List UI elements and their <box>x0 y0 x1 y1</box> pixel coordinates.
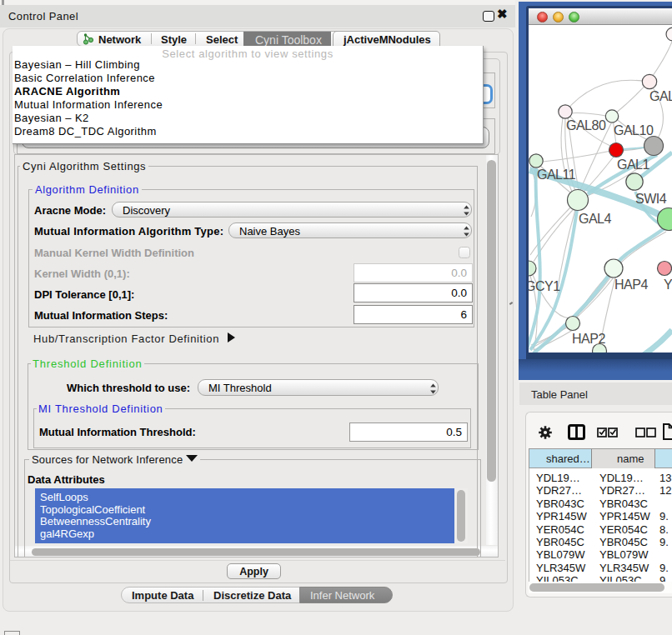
svg-text:GAL7: GAL7 <box>649 89 672 103</box>
svg-text:GAL11: GAL11 <box>537 168 576 182</box>
svg-text:HAP2: HAP2 <box>572 332 605 346</box>
svg-text:GCY1: GCY1 <box>529 279 560 293</box>
svg-text:YJ: YJ <box>664 278 672 292</box>
svg-text:HAP4: HAP4 <box>614 278 648 292</box>
svg-text:GAL80: GAL80 <box>566 118 606 132</box>
svg-text:GAL4: GAL4 <box>579 212 612 226</box>
svg-text:GAL10: GAL10 <box>614 123 654 138</box>
svg-text:SWI4: SWI4 <box>635 192 667 206</box>
svg-text:GAL1: GAL1 <box>617 158 650 172</box>
